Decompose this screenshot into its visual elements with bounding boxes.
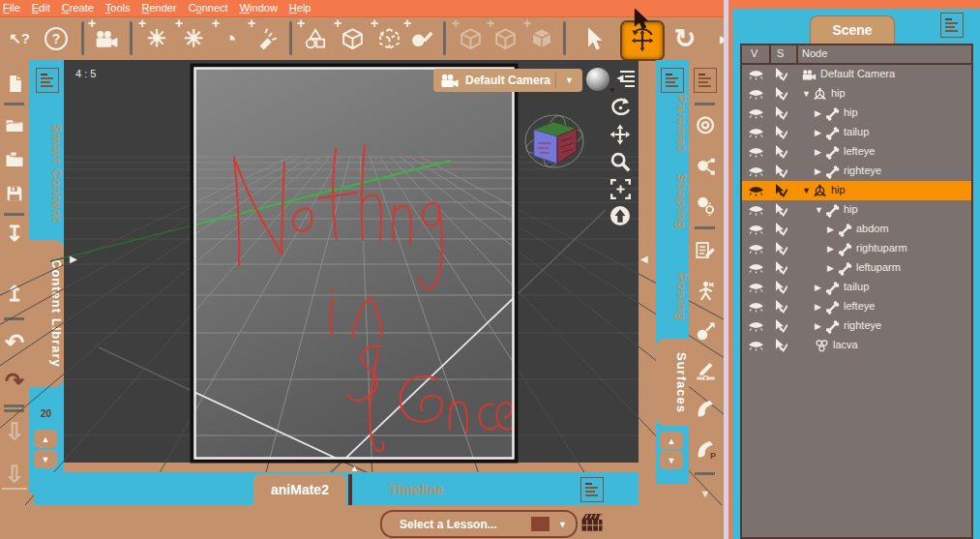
reset-camera-button[interactable] <box>607 203 634 228</box>
scene-row-hip[interactable]: ▼hip <box>742 84 971 104</box>
expand-right-icon[interactable]: ▶ <box>815 283 821 292</box>
drop-to-floor-alt-button[interactable]: ⇩ <box>2 461 27 490</box>
expand-right-icon[interactable]: ▶ <box>827 263 834 273</box>
toolbar-overflow-button[interactable]: ▶ <box>708 23 724 54</box>
tab-surfaces[interactable]: Surfaces <box>656 339 689 426</box>
dock-panel-options-icon[interactable] <box>694 68 717 93</box>
import-button[interactable]: ↧ <box>2 221 27 248</box>
menu-connect[interactable]: Connect <box>186 0 237 15</box>
expand-down-icon[interactable]: ▼ <box>802 89 811 99</box>
eye-visibility-icon[interactable] <box>748 321 764 332</box>
tab-animate2[interactable]: aniMate2 <box>253 474 346 505</box>
add-node-instances-button[interactable] <box>490 23 520 54</box>
orbit-camera-button[interactable] <box>607 95 634 120</box>
bottom-panel-options-icon[interactable] <box>580 477 604 502</box>
scene-row-tailup[interactable]: ▶tailup <box>742 278 971 297</box>
tab-posing[interactable]: Posing <box>656 258 689 336</box>
scene-row-hip[interactable]: ▼hip <box>742 200 971 220</box>
cursor-selectable-icon[interactable] <box>774 126 787 139</box>
eye-visibility-icon[interactable] <box>748 244 764 255</box>
cursor-selectable-icon[interactable] <box>774 319 787 333</box>
active-pose-tool-button[interactable]: ↻ <box>669 23 700 54</box>
expand-right-icon[interactable]: ▶ <box>827 244 834 254</box>
column-header-node[interactable]: Node <box>802 47 827 59</box>
tab-content-library[interactable]: Content Library <box>29 240 64 387</box>
lessons-film-icon[interactable] <box>580 512 604 536</box>
eye-visibility-icon[interactable] <box>748 341 764 351</box>
eye-visibility-icon[interactable] <box>748 205 764 216</box>
scene-row-righteye[interactable]: ▶righteye <box>742 162 971 181</box>
add-dformer-button[interactable] <box>406 23 437 54</box>
tab-scroll-down-button[interactable]: ▼ <box>34 450 57 468</box>
right-dock-handle[interactable]: ◀ <box>640 254 648 264</box>
cursor-selectable-icon[interactable] <box>774 261 787 275</box>
scene-row-righteye[interactable]: ▶righteye <box>742 316 971 336</box>
add-null-node-button[interactable] <box>337 23 368 54</box>
eye-visibility-icon[interactable] <box>748 128 764 138</box>
camera-selector-dropdown[interactable]: Default Camera ▼ <box>433 69 582 92</box>
cursor-selectable-icon[interactable] <box>774 339 787 352</box>
script-button[interactable] <box>693 236 718 263</box>
add-group-button[interactable] <box>373 23 404 54</box>
add-node-instance-button[interactable] <box>455 23 486 54</box>
menu-tools[interactable]: Tools <box>103 0 139 15</box>
add-distant-light-button[interactable]: ☀ <box>141 23 172 54</box>
scene-row-default-camera[interactable]: Default Camera <box>742 65 971 84</box>
figure-setup-button[interactable] <box>693 277 718 304</box>
scene-row-lefteye[interactable]: ▶lefteye <box>742 297 971 316</box>
redo-button[interactable]: ↷ <box>2 368 27 395</box>
cursor-selectable-icon[interactable] <box>774 165 787 178</box>
frame-selection-button[interactable] <box>607 176 634 201</box>
scene-row-tailup[interactable]: ▶tailup <box>742 123 971 142</box>
cursor-selectable-icon[interactable] <box>774 242 787 255</box>
add-primitive-button[interactable] <box>300 23 331 54</box>
eye-visibility-icon[interactable] <box>748 302 764 313</box>
cursor-selectable-icon[interactable] <box>774 300 787 314</box>
surface-settings-button[interactable] <box>693 192 718 219</box>
menu-render[interactable]: Render <box>139 0 186 15</box>
scene-panel-options-icon[interactable] <box>940 13 964 38</box>
node-connections-button[interactable] <box>693 153 718 180</box>
scene-row-abdom[interactable]: ▶abdom <box>742 220 971 239</box>
scene-row-hip[interactable]: ▼hip <box>742 181 971 200</box>
power-pose-button[interactable]: ◎ <box>693 110 718 137</box>
pan-camera-button[interactable] <box>607 122 634 147</box>
eye-visibility-icon[interactable] <box>748 225 764 235</box>
expand-down-icon[interactable]: ▼ <box>815 205 823 215</box>
help-button[interactable]: ? <box>41 23 72 54</box>
eye-visibility-icon[interactable] <box>748 147 764 158</box>
cursor-selectable-icon[interactable] <box>774 223 787 236</box>
viewport-3d[interactable]: 4 : 5 Default Camera ▼ ▼ ◀ <box>64 60 638 463</box>
column-header-selectable[interactable]: S <box>777 47 784 59</box>
drop-to-floor-button[interactable]: ⇩ <box>2 418 27 445</box>
scene-row-lefteye[interactable]: ▶lefteye <box>742 142 971 162</box>
menu-help[interactable]: Help <box>286 0 320 15</box>
lesson-dropdown[interactable]: Select a Lesson... ▼ <box>380 510 578 538</box>
cursor-selectable-icon[interactable] <box>774 184 787 197</box>
zoom-camera-button[interactable] <box>607 149 634 174</box>
drawstyle-sphere-button[interactable]: ▼ <box>586 68 609 91</box>
column-header-visible[interactable]: V <box>751 47 757 59</box>
add-camera-button[interactable] <box>91 23 122 54</box>
merge-scene-button[interactable] <box>2 145 27 172</box>
undo-button[interactable]: ↶ <box>2 329 27 356</box>
cursor-selectable-icon[interactable] <box>774 68 787 81</box>
smart-content-panel-icon[interactable] <box>36 68 59 93</box>
eye-visibility-icon[interactable] <box>748 70 764 80</box>
expand-right-icon[interactable]: ▶ <box>815 302 821 312</box>
tab-parameters[interactable]: Parameters <box>656 95 689 153</box>
sculpt-button[interactable] <box>693 356 718 383</box>
tab-scroll-up-button[interactable]: ▲ <box>34 430 57 448</box>
new-scene-button[interactable] <box>2 70 27 97</box>
viewport-options-button[interactable]: ◀ <box>617 69 637 88</box>
menu-create[interactable]: Create <box>59 0 103 15</box>
scene-row-rightuparm[interactable]: ▶rightuparm <box>742 239 971 258</box>
eye-visibility-icon[interactable] <box>748 186 764 196</box>
expand-down-icon[interactable]: ▼ <box>802 186 811 195</box>
posing-presets-button[interactable]: P <box>693 435 718 463</box>
scene-row-hip[interactable]: ▶hip <box>742 104 971 123</box>
cursor-selectable-icon[interactable] <box>774 87 787 101</box>
tab-scroll-down-button[interactable]: ▼ <box>660 451 683 469</box>
whats-this-button[interactable]: ↖? <box>4 23 35 54</box>
eye-visibility-icon[interactable] <box>748 263 764 274</box>
